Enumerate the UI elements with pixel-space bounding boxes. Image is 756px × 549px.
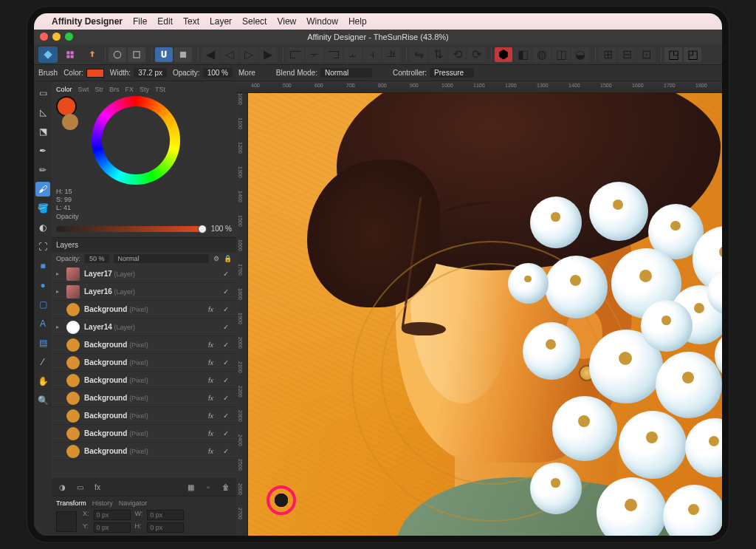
move-front-button[interactable]: ▶: [259, 47, 277, 62]
persona-pixel-button[interactable]: [61, 47, 80, 63]
layer-row[interactable]: Background (Pixel)fx✓: [52, 407, 236, 425]
color-wheel[interactable]: [92, 96, 180, 185]
layer-name[interactable]: Background (Pixel): [84, 412, 204, 420]
opacity-input[interactable]: 100 %: [203, 68, 233, 78]
layer-row[interactable]: Background (Pixel)fx✓: [52, 336, 236, 354]
persona-designer-button[interactable]: [38, 47, 58, 63]
artistic-text-tool[interactable]: A: [35, 316, 50, 331]
layer-visibility-checkbox[interactable]: ✓: [223, 323, 232, 331]
h-input[interactable]: [147, 522, 184, 533]
menu-help[interactable]: Help: [348, 16, 367, 27]
styles-tab[interactable]: Sty: [140, 86, 149, 93]
close-window-button[interactable]: [40, 33, 48, 41]
insert-inside-button[interactable]: ⊞: [599, 47, 616, 62]
layer-row[interactable]: Background (Pixel)fx✓: [52, 425, 236, 443]
boolean-add-button[interactable]: ⬢: [495, 47, 512, 62]
fill-stroke-swatches[interactable]: [56, 96, 78, 185]
layer-visibility-checkbox[interactable]: ✓: [223, 341, 232, 349]
stroke-tab[interactable]: Str: [95, 86, 104, 93]
width-input[interactable]: 37.2 px: [134, 68, 167, 78]
align-vcenter-button[interactable]: ⫞: [363, 47, 381, 62]
layer-fx-icon[interactable]: fx: [92, 481, 103, 493]
app-name[interactable]: Affinity Designer: [52, 16, 123, 27]
fx-tab[interactable]: FX: [126, 86, 134, 93]
layer-name[interactable]: Background (Pixel): [84, 394, 204, 402]
layer-visibility-checkbox[interactable]: ✓: [223, 412, 232, 420]
menu-text[interactable]: Text: [183, 16, 199, 27]
layer-blendmode-select[interactable]: Normal: [114, 254, 209, 263]
crop-tool[interactable]: ⛶: [35, 239, 50, 254]
expand-toggle-icon[interactable]: ▸: [56, 324, 62, 330]
layer-name[interactable]: Background (Pixel): [84, 447, 204, 455]
layer-list[interactable]: ▸Layer17 (Layer)✓▸Layer16 (Layer)✓Backgr…: [52, 265, 236, 478]
delete-layer-icon[interactable]: 🗑: [220, 481, 232, 493]
view-tool[interactable]: ✋: [35, 374, 50, 389]
reset-defaults-button[interactable]: [128, 47, 145, 62]
swatches-tab[interactable]: Swt: [78, 86, 89, 93]
layer-thumbnail[interactable]: [66, 303, 80, 316]
minimize-window-button[interactable]: [52, 33, 61, 41]
color-swatch[interactable]: [86, 69, 104, 78]
layer-thumbnail[interactable]: [66, 445, 80, 458]
corner-tool[interactable]: ⬔: [35, 124, 50, 139]
layer-visibility-checkbox[interactable]: ✓: [223, 358, 232, 366]
add-pixel-layer-icon[interactable]: ▦: [185, 481, 196, 493]
add-layer-icon[interactable]: ▫: [202, 481, 214, 493]
color-triangle[interactable]: [109, 114, 162, 167]
layer-fx-indicator[interactable]: fx: [208, 395, 219, 402]
history-tab[interactable]: History: [92, 499, 113, 507]
menu-view[interactable]: View: [277, 16, 296, 27]
layer-row[interactable]: Background (Pixel)fx✓: [52, 372, 236, 389]
stroke-swatch[interactable]: [62, 114, 78, 130]
layer-thumbnail[interactable]: [66, 356, 80, 369]
layer-thumbnail[interactable]: [66, 427, 80, 440]
menu-file[interactable]: File: [133, 16, 147, 27]
assets-button[interactable]: ◳: [664, 47, 682, 62]
boolean-xor-button[interactable]: ◒: [571, 47, 589, 62]
opacity-slider[interactable]: [56, 226, 207, 232]
symbols-button[interactable]: ◰: [684, 47, 701, 62]
layer-thumbnail[interactable]: [66, 392, 80, 405]
layer-row[interactable]: Background (Pixel)fx✓: [52, 389, 236, 407]
rotate-cw-button[interactable]: ⟳: [467, 47, 485, 62]
color-tab[interactable]: Color: [56, 86, 72, 93]
layer-name[interactable]: Layer16 (Layer): [84, 287, 204, 296]
frame-text-tool[interactable]: ▤: [35, 335, 50, 350]
mask-layer-icon[interactable]: ▭: [74, 481, 86, 493]
expand-toggle-icon[interactable]: ▸: [56, 270, 62, 277]
canvas[interactable]: ✦: [248, 93, 722, 536]
transparency-tool[interactable]: ◐: [35, 220, 50, 235]
menu-layer[interactable]: Layer: [210, 16, 232, 27]
align-bottom-button[interactable]: ⫡: [382, 47, 400, 62]
move-back-one-button[interactable]: ◁: [221, 47, 238, 62]
ellipse-tool[interactable]: ●: [35, 278, 50, 293]
sync-defaults-button[interactable]: [109, 47, 126, 62]
w-input[interactable]: [147, 510, 184, 520]
layer-row[interactable]: ▸Layer14 (Layer)✓: [52, 318, 236, 336]
align-top-button[interactable]: ⫠: [344, 47, 362, 62]
layer-name[interactable]: Background (Pixel): [84, 429, 204, 437]
layer-fx-indicator[interactable]: fx: [208, 306, 219, 313]
x-input[interactable]: [94, 510, 131, 520]
align-hcenter-button[interactable]: ⫟: [306, 47, 323, 62]
textstyles-tab[interactable]: TSt: [155, 86, 165, 93]
layer-visibility-checkbox[interactable]: ✓: [223, 447, 232, 455]
layer-name[interactable]: Layer17 (Layer): [84, 270, 204, 278]
flip-vertical-button[interactable]: ⇅: [429, 47, 447, 62]
boolean-subtract-button[interactable]: ◧: [514, 47, 532, 62]
layer-name[interactable]: Background (Pixel): [84, 376, 204, 384]
layer-visibility-checkbox[interactable]: ✓: [223, 287, 232, 296]
align-right-button[interactable]: ⫎: [325, 47, 343, 62]
blendmode-select[interactable]: Normal: [320, 68, 372, 78]
force-pixel-alignment-toggle[interactable]: [174, 47, 192, 62]
layer-visibility-checkbox[interactable]: ✓: [223, 376, 232, 384]
zoom-window-button[interactable]: [65, 33, 73, 41]
layer-visibility-checkbox[interactable]: ✓: [223, 305, 232, 313]
layer-fx-indicator[interactable]: fx: [208, 412, 219, 420]
move-back-button[interactable]: ◀: [202, 47, 219, 62]
layer-settings-icon[interactable]: ⚙: [213, 255, 219, 262]
layer-visibility-checkbox[interactable]: ✓: [223, 429, 232, 437]
transform-tab[interactable]: Transform: [56, 499, 86, 507]
layer-fx-indicator[interactable]: fx: [208, 341, 219, 349]
menu-window[interactable]: Window: [306, 16, 338, 27]
